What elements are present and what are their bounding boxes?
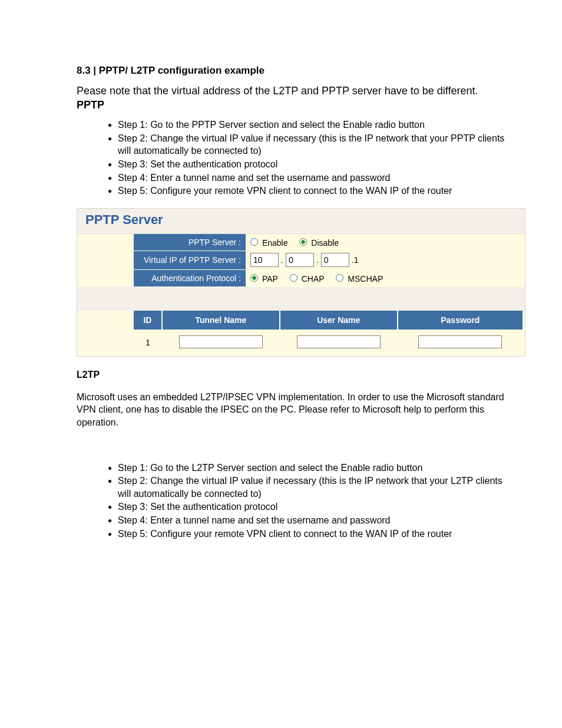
panel-title-bar: PPTP Server (77, 209, 525, 234)
list-item: Step 2: Change the virtual IP value if n… (118, 475, 509, 500)
list-item: Step 4: Enter a tunnel name and set the … (118, 514, 509, 527)
panel-spacer (77, 287, 525, 311)
th-id: ID (134, 311, 162, 330)
radio-mschap[interactable] (336, 274, 343, 282)
list-item: Step 1: Go to the L2TP Server section an… (118, 462, 509, 475)
section-heading: 8.3 | PPTP/ L2TP configuration example (77, 65, 509, 77)
user-name-input[interactable] (297, 335, 381, 348)
list-item: Step 4: Enter a tunnel name and set the … (118, 172, 509, 185)
radio-mschap-label: MSCHAP (348, 274, 383, 284)
list-item: Step 3: Set the authentication protocol (118, 500, 509, 513)
radio-pap-label: PAP (262, 274, 278, 284)
virtual-ip-label: Virtual IP of PPTP Server : (134, 251, 246, 269)
ip-dot: . (279, 255, 286, 265)
list-item: Step 5: Configure your remote VPN client… (118, 185, 509, 197)
pptp-form-area: PPTP Server : Enable Disable Virtual IP … (77, 234, 525, 287)
pptp-steps-list: Step 1: Go to the PPTP Server section an… (77, 118, 509, 197)
ip-dot: . (314, 255, 321, 265)
list-item: Step 3: Set the authentication protocol (118, 158, 509, 171)
th-user-name: User Name (280, 311, 398, 330)
list-item: Step 1: Go to the PPTP Server section an… (118, 118, 509, 131)
panel-title: PPTP Server (85, 212, 163, 227)
radio-disable-label: Disable (311, 238, 339, 248)
tunnel-table-wrap: ID Tunnel Name User Name Password 1 (77, 311, 525, 356)
radio-enable[interactable] (250, 238, 258, 246)
password-input[interactable] (418, 335, 502, 348)
l2tp-steps-list: Step 1: Go to the L2TP Server section an… (77, 462, 509, 541)
radio-enable-label: Enable (262, 238, 288, 248)
note-text: Pease note that the virtual address of t… (77, 84, 509, 98)
cell-id: 1 (134, 330, 162, 356)
ip-octet-2[interactable]: 0 (286, 253, 314, 267)
radio-chap-label: CHAP (302, 274, 325, 284)
list-item: Step 5: Configure your remote VPN client… (118, 528, 509, 541)
tunnel-name-input[interactable] (179, 335, 263, 348)
pptp-server-panel: PPTP Server PPTP Server : Enable Disable… (77, 208, 525, 357)
th-password: Password (398, 311, 523, 330)
radio-chap[interactable] (290, 274, 297, 282)
pptp-subheading: PPTP (77, 99, 509, 111)
th-tunnel-name: Tunnel Name (162, 311, 280, 330)
l2tp-subheading: L2TP (77, 370, 509, 380)
ip-octet-1[interactable]: 10 (250, 253, 279, 267)
ip-suffix: .1 (349, 255, 361, 265)
pptp-server-label: PPTP Server : (134, 234, 246, 251)
auth-protocol-label: Authentication Protocol : (134, 269, 246, 286)
table-row: 1 (134, 330, 523, 356)
list-item: Step 2: Change the virtual IP value if n… (118, 132, 509, 157)
radio-disable[interactable] (299, 238, 307, 246)
ip-octet-3[interactable]: 0 (321, 253, 349, 267)
radio-pap[interactable] (250, 274, 258, 282)
l2tp-paragraph: Microsoft uses an embedded L2TP/IPSEC VP… (77, 391, 509, 429)
